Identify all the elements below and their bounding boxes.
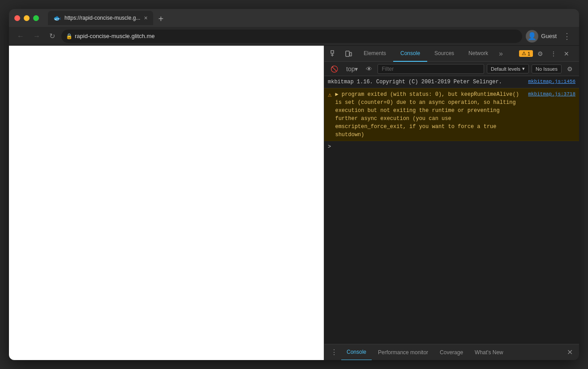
close-window-button[interactable] (14, 15, 20, 21)
tab-elements-label: Elements (364, 50, 386, 56)
console-line-1: ⚠ ▶ program exited (with status: 0), but… (324, 88, 579, 141)
webpage-content (9, 46, 324, 360)
profile-avatar[interactable]: 👤 (526, 30, 538, 43)
device-toggle-button[interactable] (342, 48, 355, 59)
devtools-tabs-more[interactable]: » (495, 50, 506, 58)
forward-button[interactable]: → (30, 30, 43, 42)
tab-bar: 🐟 https://rapid-concise-muscle.g... × + (48, 11, 574, 25)
profile-icon-symbol: 👤 (528, 32, 536, 40)
devtools-bottom-bar: ⋮ Console Performance monitor Coverage W… (324, 344, 579, 360)
devtools-settings-button[interactable]: ⚙ (535, 48, 546, 59)
console-filter-input[interactable] (378, 64, 484, 74)
url-input[interactable] (61, 30, 522, 43)
lock-icon: 🔒 (66, 33, 73, 39)
default-levels-button[interactable]: Default levels ▾ (487, 64, 529, 73)
warning-badge[interactable]: ⚠ 1 (519, 50, 533, 57)
console-line-1-source[interactable]: mkbitmap.js:3718 (524, 90, 575, 98)
bottom-bar-close-button[interactable]: ✕ (564, 346, 575, 358)
console-line-1-text: ▶ program exited (with status: 0), but k… (335, 90, 521, 139)
svg-rect-3 (346, 51, 349, 56)
console-line-0: mkbitmap 1.16. Copyright (C) 2001-2019 P… (324, 76, 579, 88)
refresh-button[interactable]: ↻ (47, 30, 58, 42)
browser-window: 🐟 https://rapid-concise-muscle.g... × + … (9, 9, 579, 360)
tab-elements[interactable]: Elements (356, 46, 393, 62)
bottom-tab-perf[interactable]: Performance monitor (373, 344, 433, 360)
bottom-tab-console-label: Console (347, 349, 366, 355)
tab-sources-label: Sources (434, 50, 454, 56)
console-input[interactable] (334, 144, 575, 150)
devtools-panel: Elements Console Sources Network » ⚠ (324, 46, 579, 360)
bottom-drawer-icon[interactable]: ⋮ (328, 348, 340, 356)
console-line-0-text: mkbitmap 1.16. Copyright (C) 2001-2019 P… (328, 78, 521, 86)
bottom-tab-coverage[interactable]: Coverage (434, 344, 468, 360)
warning-icon: ⚠ (522, 51, 526, 56)
bottom-tab-whats-new-label: What's New (475, 349, 503, 356)
default-levels-label: Default levels (491, 66, 520, 72)
tab-network[interactable]: Network (461, 46, 495, 62)
console-prompt[interactable]: > (324, 141, 579, 153)
warning-triangle-icon: ⚠ (328, 90, 331, 100)
tab-network-label: Network (468, 50, 488, 56)
devtools-toolbar: Elements Console Sources Network » ⚠ (324, 46, 579, 62)
bottom-tab-console[interactable]: Console (341, 344, 372, 360)
bottom-tab-whats-new[interactable]: What's New (469, 344, 509, 360)
browser-tab[interactable]: 🐟 https://rapid-concise-muscle.g... × (48, 11, 153, 25)
svg-rect-4 (350, 52, 352, 56)
url-container: 🔒 (61, 30, 522, 43)
tab-console-label: Console (400, 50, 420, 56)
bottom-tab-coverage-label: Coverage (440, 349, 463, 356)
no-issues-label: No Issues (536, 66, 558, 72)
prompt-arrow-icon: > (328, 144, 331, 150)
console-clear-button[interactable]: 🚫 (328, 64, 341, 74)
maximize-window-button[interactable] (33, 15, 39, 21)
window-controls (14, 15, 39, 21)
console-settings-button[interactable]: ⚙ (564, 64, 575, 74)
minimize-window-button[interactable] (24, 15, 30, 21)
main-content: Elements Console Sources Network » ⚠ (9, 46, 579, 360)
devtools-close-button[interactable]: ✕ (561, 48, 572, 59)
console-toolbar: 🚫 top ▾ 👁 Default levels ▾ No Issues ⚙ (324, 62, 579, 76)
no-issues-button[interactable]: No Issues (532, 64, 562, 73)
console-output: mkbitmap 1.16. Copyright (C) 2001-2019 P… (324, 76, 579, 344)
back-button[interactable]: ← (14, 30, 27, 42)
tab-console[interactable]: Console (393, 46, 427, 62)
warning-count: 1 (528, 51, 530, 56)
console-top-button[interactable]: top ▾ (343, 64, 361, 74)
title-bar: 🐟 https://rapid-concise-muscle.g... × + (9, 9, 579, 27)
devtools-actions: ⚠ 1 ⚙ ⋮ ✕ (519, 48, 575, 59)
browser-more-button[interactable]: ⋮ (560, 30, 574, 42)
tab-favicon-icon: 🐟 (53, 14, 61, 21)
devtools-more-button[interactable]: ⋮ (548, 48, 559, 59)
element-picker-button[interactable] (328, 48, 340, 59)
svg-rect-0 (331, 51, 334, 53)
address-bar: ← → ↻ 🔒 👤 Guest ⋮ (9, 27, 579, 46)
tab-sources[interactable]: Sources (427, 46, 461, 62)
tab-title: https://rapid-concise-muscle.g... (64, 15, 140, 21)
console-context-label: top (346, 65, 355, 73)
console-eye-button[interactable]: 👁 (363, 64, 375, 74)
console-line-0-source[interactable]: mkbitmap.js:1456 (524, 78, 575, 86)
profile-area: 👤 Guest (526, 30, 557, 43)
bottom-tab-perf-label: Performance monitor (378, 349, 428, 356)
tab-close-button[interactable]: × (144, 14, 147, 21)
profile-label: Guest (541, 33, 557, 39)
new-tab-button[interactable]: + (155, 13, 167, 25)
